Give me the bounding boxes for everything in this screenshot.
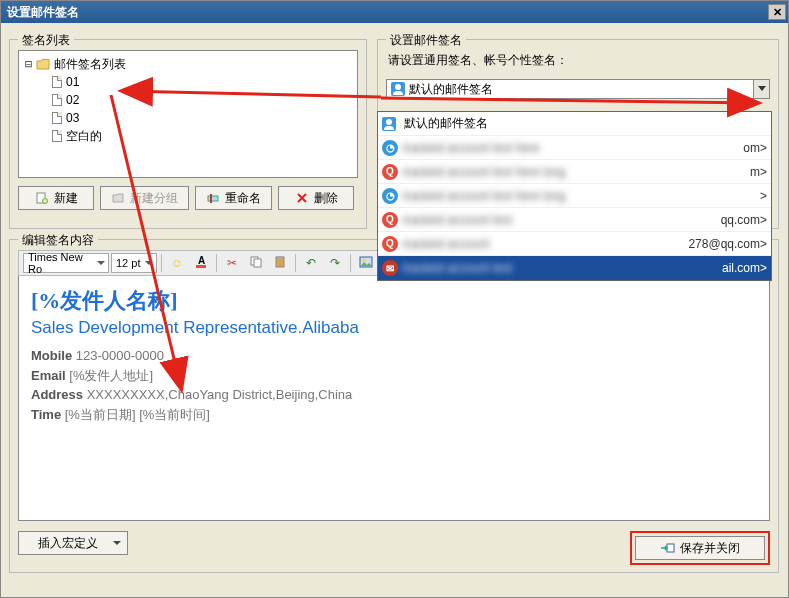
dropdown-masked-label: masked account text <box>402 261 512 275</box>
dropdown-tail: m> <box>750 165 767 179</box>
signature-address-line: Address XXXXXXXXX,ChaoYang District,Beij… <box>31 385 757 405</box>
dropdown-item[interactable]: Q masked account text here long m> <box>378 160 771 184</box>
titlebar[interactable]: 设置邮件签名 ✕ <box>1 1 788 23</box>
dropdown-tail: > <box>760 189 767 203</box>
svg-rect-2 <box>208 196 218 201</box>
chevron-down-icon[interactable] <box>753 80 769 98</box>
tree-item-label: 02 <box>66 93 79 107</box>
emoji-button[interactable]: ☺ <box>166 252 188 274</box>
new-icon <box>35 191 49 205</box>
close-button[interactable]: ✕ <box>768 4 786 20</box>
smiley-icon: ☺ <box>171 256 183 270</box>
signature-name: [%发件人名称] <box>31 286 757 316</box>
folder-plus-icon <box>111 191 125 205</box>
dropdown-item[interactable]: ◔ masked account text here long > <box>378 184 771 208</box>
collapse-icon[interactable]: ⊟ <box>23 57 34 71</box>
avatar-icon <box>382 117 396 131</box>
edit-signature-panel: 编辑签名内容 Times New Ro 12 pt ☺ A ✂ ↶ ↷ B <box>9 239 779 573</box>
dropdown-item-default[interactable]: 默认的邮件签名 <box>378 112 771 136</box>
dropdown-tail: 278@qq.com> <box>688 237 767 251</box>
new-group-button[interactable]: 新建分组 <box>100 186 189 210</box>
tree-item-label: 空白的 <box>66 128 102 145</box>
service-icon: ✉ <box>382 260 398 276</box>
combo-value: 默认的邮件签名 <box>409 81 493 98</box>
save-and-close-button[interactable]: 保存并关闭 <box>635 536 765 560</box>
default-signature-combo[interactable]: 默认的邮件签名 <box>386 79 770 99</box>
svg-text:A: A <box>198 255 205 266</box>
dropdown-label: 默认的邮件签名 <box>404 115 488 132</box>
dropdown-masked-label: masked account text here long <box>402 189 565 203</box>
undo-button[interactable]: ↶ <box>300 252 322 274</box>
save-close-highlight: 保存并关闭 <box>630 531 770 565</box>
set-signature-legend: 设置邮件签名 <box>386 32 466 49</box>
edit-signature-legend: 编辑签名内容 <box>18 232 98 249</box>
avatar-icon <box>391 82 405 96</box>
service-icon: Q <box>382 164 398 180</box>
dropdown-masked-label: masked account <box>402 237 489 251</box>
tree-item-label: 03 <box>66 111 79 125</box>
dropdown-masked-label: masked account text here long <box>402 165 565 179</box>
new-button[interactable]: 新建 <box>18 186 94 210</box>
cut-icon: ✂ <box>227 256 237 270</box>
service-icon: ◔ <box>382 140 398 156</box>
tree-item-03[interactable]: 03 <box>21 109 355 127</box>
paste-button[interactable] <box>269 252 291 274</box>
tree-root-label: 邮件签名列表 <box>54 56 126 73</box>
delete-button[interactable]: 删除 <box>278 186 354 210</box>
service-icon: Q <box>382 212 398 228</box>
svg-rect-6 <box>254 259 261 267</box>
paste-icon <box>274 256 286 271</box>
tree-item-02[interactable]: 02 <box>21 91 355 109</box>
redo-icon: ↷ <box>330 256 340 270</box>
signature-job-title: Sales Development Representative.Alibaba <box>31 318 757 338</box>
save-close-icon <box>661 541 675 555</box>
dropdown-item-selected[interactable]: ✉ masked account text ail.com> <box>378 256 771 280</box>
page-icon <box>52 94 62 106</box>
dropdown-tail: om> <box>743 141 767 155</box>
dropdown-tail: qq.com> <box>721 213 767 227</box>
image-icon <box>359 256 373 271</box>
undo-icon: ↶ <box>306 256 316 270</box>
redo-button[interactable]: ↷ <box>324 252 346 274</box>
service-icon: ◔ <box>382 188 398 204</box>
color-icon: A <box>194 255 208 272</box>
color-button[interactable]: A <box>190 252 212 274</box>
signature-time-line: Time [%当前日期] [%当前时间] <box>31 405 757 425</box>
tree-item-label: 01 <box>66 75 79 89</box>
mail-signature-window: 设置邮件签名 ✕ 签名列表 ⊟ 邮件签名列表 01 02 <box>0 0 789 598</box>
signature-tree[interactable]: ⊟ 邮件签名列表 01 02 03 空白的 <box>18 50 358 178</box>
image-button[interactable] <box>355 252 377 274</box>
account-signature-dropdown[interactable]: 默认的邮件签名 ◔ masked account text here om> Q… <box>377 111 772 281</box>
signature-email-line: Email [%发件人地址] <box>31 366 757 386</box>
copy-button[interactable] <box>245 252 267 274</box>
insert-macro-button[interactable]: 插入宏定义 <box>18 531 128 555</box>
font-select[interactable]: Times New Ro <box>23 253 109 273</box>
dropdown-item[interactable]: Q masked account text qq.com> <box>378 208 771 232</box>
tree-item-01[interactable]: 01 <box>21 73 355 91</box>
page-icon <box>52 130 62 142</box>
svg-rect-8 <box>278 256 282 259</box>
dropdown-item[interactable]: Q masked account 278@qq.com> <box>378 232 771 256</box>
page-icon <box>52 112 62 124</box>
tree-item-blank[interactable]: 空白的 <box>21 127 355 145</box>
page-icon <box>52 76 62 88</box>
folder-icon <box>36 58 50 70</box>
set-signature-instruction: 请设置通用签名、帐号个性签名： <box>388 52 770 69</box>
font-size-select[interactable]: 12 pt <box>111 253 157 273</box>
tree-root[interactable]: ⊟ 邮件签名列表 <box>21 55 355 73</box>
service-icon: Q <box>382 236 398 252</box>
signature-editor[interactable]: [%发件人名称] Sales Development Representativ… <box>18 276 770 521</box>
dropdown-item[interactable]: ◔ masked account text here om> <box>378 136 771 160</box>
rename-button[interactable]: 重命名 <box>195 186 272 210</box>
dropdown-tail: ail.com> <box>722 261 767 275</box>
dropdown-masked-label: masked account text here <box>402 141 539 155</box>
svg-point-10 <box>363 258 366 261</box>
signature-list-legend: 签名列表 <box>18 32 74 49</box>
cut-button[interactable]: ✂ <box>221 252 243 274</box>
signature-list-panel: 签名列表 ⊟ 邮件签名列表 01 02 03 <box>9 39 367 229</box>
window-title: 设置邮件签名 <box>7 4 79 21</box>
copy-icon <box>250 256 262 271</box>
delete-icon <box>295 191 309 205</box>
rename-icon <box>206 191 220 205</box>
dropdown-masked-label: masked account text <box>402 213 512 227</box>
